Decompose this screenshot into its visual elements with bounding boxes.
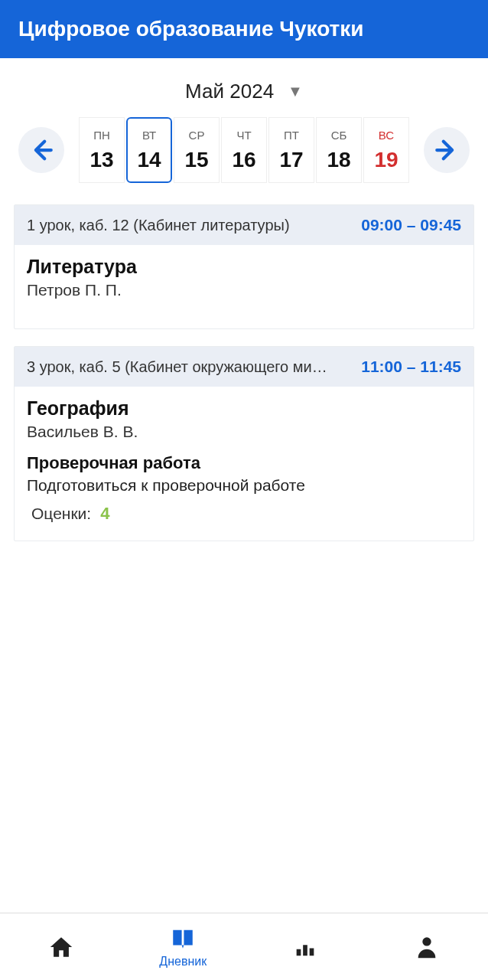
lesson-time: 09:00 – 09:45 — [361, 216, 461, 234]
grades-label: Оценки: — [31, 505, 91, 523]
lesson-header: 1 урок, каб. 12 (Кабинет литературы)09:0… — [15, 205, 473, 245]
nav-diary-label: Дневник — [159, 955, 207, 969]
grades-row: Оценки:4 — [27, 504, 461, 524]
day-short: СБ — [331, 129, 347, 142]
day-short: ВС — [379, 129, 394, 142]
nav-stats[interactable] — [244, 913, 366, 980]
dropdown-icon: ▼ — [288, 83, 303, 100]
day-num: 14 — [137, 148, 161, 172]
day-short: ЧТ — [236, 129, 251, 142]
profile-icon — [414, 934, 440, 960]
lesson-subject: Литература — [27, 256, 461, 278]
lesson-teacher: Петров П. П. — [27, 281, 461, 299]
day-num: 17 — [279, 148, 303, 172]
lesson-header: 3 урок, каб. 5 (Кабинет окружающего ми…1… — [15, 347, 473, 387]
arrow-left-icon — [28, 137, 54, 163]
day-num: 19 — [374, 148, 398, 172]
day-14[interactable]: ВТ14 — [126, 117, 172, 183]
home-icon — [48, 934, 74, 960]
homework-text: Подготовиться к проверочной работе — [27, 476, 461, 495]
month-label: Май 2024 — [185, 80, 274, 103]
day-13[interactable]: ПН13 — [79, 117, 125, 183]
lesson-teacher: Васильев В. В. — [27, 423, 461, 441]
days-container: ПН13ВТ14СР15ЧТ16ПТ17СБ18ВС19 — [79, 117, 409, 183]
day-18[interactable]: СБ18 — [316, 117, 362, 183]
day-num: 15 — [184, 148, 208, 172]
homework-title: Проверочная работа — [27, 453, 461, 473]
svg-point-0 — [423, 937, 431, 946]
day-num: 13 — [89, 148, 113, 172]
day-16[interactable]: ЧТ16 — [221, 117, 267, 183]
next-week-button[interactable] — [424, 127, 470, 173]
grade-value: 4 — [100, 504, 109, 524]
prev-week-button[interactable] — [18, 127, 64, 173]
day-short: ПН — [93, 129, 110, 142]
lesson-time: 11:00 – 11:45 — [361, 358, 461, 376]
day-short: ВТ — [142, 129, 156, 142]
lesson-meta: 3 урок, каб. 5 (Кабинет окружающего ми… — [27, 358, 327, 376]
nav-diary[interactable]: Дневник — [122, 913, 245, 980]
lesson-body: ЛитератураПетров П. П. — [15, 245, 473, 328]
lesson-card[interactable]: 1 урок, каб. 12 (Кабинет литературы)09:0… — [14, 204, 474, 329]
lesson-subject: География — [27, 397, 461, 420]
lesson-card[interactable]: 3 урок, каб. 5 (Кабинет окружающего ми…1… — [14, 346, 474, 541]
nav-home[interactable] — [0, 913, 122, 980]
month-selector[interactable]: Май 2024 ▼ — [0, 58, 488, 117]
app-title: Цифровое образование Чукотки — [18, 17, 364, 41]
week-row: ПН13ВТ14СР15ЧТ16ПТ17СБ18ВС19 — [0, 117, 488, 183]
day-15[interactable]: СР15 — [174, 117, 220, 183]
day-num: 18 — [327, 148, 350, 172]
nav-profile[interactable] — [366, 913, 489, 980]
arrow-right-icon — [434, 137, 460, 163]
lesson-meta: 1 урок, каб. 12 (Кабинет литературы) — [27, 217, 290, 234]
day-short: ПТ — [284, 129, 299, 142]
day-num: 16 — [232, 148, 255, 172]
day-short: СР — [189, 129, 205, 142]
day-19[interactable]: ВС19 — [363, 117, 409, 183]
diary-icon — [170, 926, 196, 952]
lesson-body: ГеографияВасильев В. В.Проверочная работ… — [15, 387, 473, 541]
app-header: Цифровое образование Чукотки — [0, 0, 488, 58]
day-17[interactable]: ПТ17 — [268, 117, 314, 183]
bottom-nav: Дневник — [0, 913, 488, 980]
chart-icon — [292, 934, 318, 960]
